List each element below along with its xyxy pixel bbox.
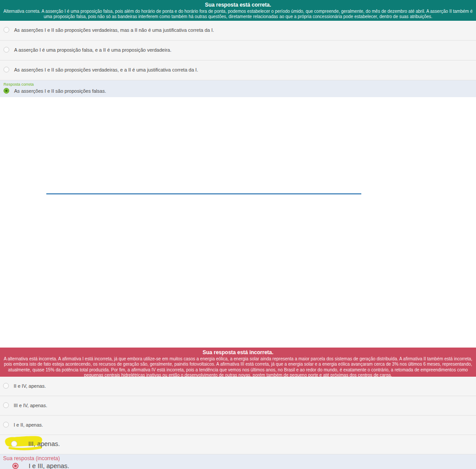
answer-option-label: II e IV, apenas.: [14, 383, 46, 389]
answer-option-highlighted[interactable]: III, apenas.: [0, 435, 476, 454]
feedback-title: Sua resposta está correta.: [0, 0, 476, 8]
answer-option-selected-incorrect[interactable]: Sua resposta (incorreta) I e III, apenas…: [0, 454, 476, 469]
answer-option-label: III e IV, apenas.: [14, 403, 47, 408]
incorrect-answer-tag: Sua resposta (incorreta): [3, 456, 472, 461]
radio-unselected-icon[interactable]: [3, 383, 9, 389]
answer-option-label: As asserções I e II são proposições verd…: [14, 27, 214, 33]
answer-option-label: I e III, apenas.: [29, 462, 69, 469]
answer-option[interactable]: A asserção I é uma proposição falsa, e a…: [0, 41, 476, 61]
answer-option-label: III, apenas.: [28, 440, 60, 448]
answer-option-label: As asserções I e II são proposições fals…: [14, 88, 106, 94]
question-result-incorrect: Sua resposta está incorreta. A alternati…: [0, 348, 476, 469]
feedback-title: Sua resposta está incorreta.: [0, 348, 476, 356]
answer-option[interactable]: I e II, apenas.: [0, 416, 476, 435]
question-result-correct: Sua resposta está correta. Alternativa c…: [0, 0, 476, 97]
radio-unselected-icon[interactable]: [3, 402, 9, 408]
radio-correct-icon[interactable]: [4, 88, 9, 94]
horizontal-rule: [46, 193, 361, 194]
radio-unselected-icon[interactable]: [3, 422, 9, 427]
answer-option[interactable]: As asserções I e II são proposições verd…: [0, 61, 476, 80]
answer-option[interactable]: II e IV, apenas.: [0, 377, 476, 396]
feedback-banner-incorrect: Sua resposta está incorreta. A alternati…: [0, 348, 476, 377]
radio-selected-incorrect-icon[interactable]: [12, 463, 19, 469]
feedback-banner-correct: Sua resposta está correta. Alternativa c…: [0, 0, 476, 21]
answer-option-correct[interactable]: Resposta correta As asserções I e II são…: [0, 80, 476, 97]
radio-unselected-icon[interactable]: [11, 441, 17, 447]
answer-option[interactable]: As asserções I e II são proposições verd…: [0, 21, 476, 41]
answer-option-label: A asserção I é uma proposição falsa, e a…: [14, 47, 171, 53]
quiz-review-page: { "question1": { "banner": { "title": "S…: [0, 0, 476, 469]
radio-unselected-icon[interactable]: [4, 47, 9, 53]
feedback-explanation: Alternativa correta. A asserção I é uma …: [0, 8, 476, 20]
answer-option[interactable]: III e IV, apenas.: [0, 396, 476, 416]
correct-answer-tag: Resposta correta: [4, 82, 472, 87]
answer-option-label: I e II, apenas.: [14, 422, 43, 428]
answer-option-label: As asserções I e II são proposições verd…: [14, 67, 198, 73]
feedback-explanation: A alternativa está incorreta. A afirmati…: [0, 356, 476, 377]
radio-unselected-icon[interactable]: [4, 27, 9, 33]
radio-unselected-icon[interactable]: [4, 67, 9, 72]
